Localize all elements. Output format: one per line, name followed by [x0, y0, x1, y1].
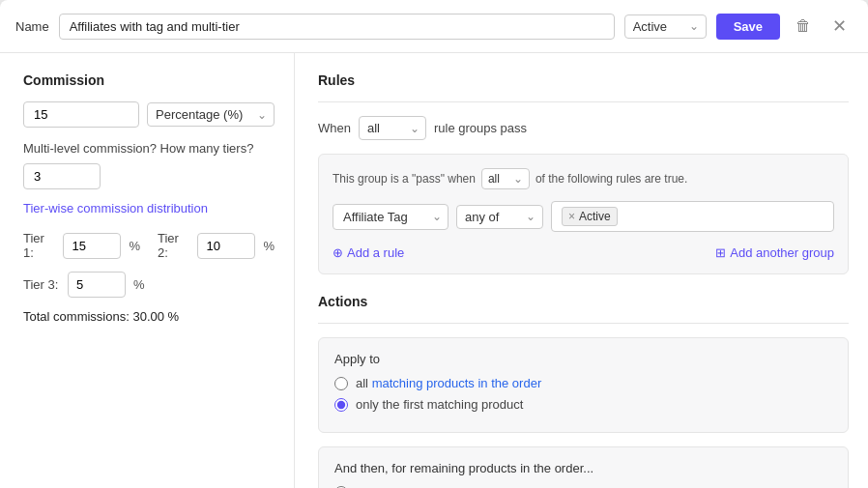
commission-title: Commission	[23, 72, 275, 88]
multi-level-label: Multi-level commission? How many tiers?	[23, 141, 275, 156]
tier1-input[interactable]	[63, 233, 121, 259]
and-then-box: And then, for remaining products in the …	[318, 446, 849, 488]
apply-to-box: Apply to all matching products in the or…	[318, 337, 849, 433]
apply-all-row: all matching products in the order	[334, 376, 832, 390]
name-label: Name	[15, 19, 49, 34]
save-button[interactable]: Save	[716, 14, 780, 40]
commission-amount-input[interactable]	[23, 101, 139, 128]
rules-divider	[318, 101, 849, 102]
close-button[interactable]: ✕	[826, 12, 853, 41]
modal-container: Name Active Inactive Save 🗑 ✕ Commission…	[0, 0, 868, 488]
tier1-row: Tier 1: % Tier 2: %	[23, 231, 275, 260]
group-footer: ⊕ Add a rule ⊞ Add another group	[333, 242, 834, 264]
rule-group-box: This group is a "pass" when all any of t…	[318, 154, 849, 274]
rule-row: Affiliate Tag Affiliate ID Product any o…	[333, 201, 834, 232]
actions-divider	[318, 323, 849, 324]
group-pass-select-wrap[interactable]: all any	[481, 168, 530, 189]
rule-field-select-wrap[interactable]: Affiliate Tag Affiliate ID Product	[333, 204, 448, 230]
tier2-input[interactable]	[197, 233, 255, 259]
rules-actions-panel: Rules When all any rule groups pass This…	[295, 53, 868, 488]
commission-type-select[interactable]: Percentage (%) Fixed Amount	[156, 107, 266, 122]
tier3-row: Tier 3: %	[23, 272, 275, 298]
tag-chip-active: × Active	[562, 207, 618, 226]
rules-title: Rules	[318, 72, 849, 88]
when-select-wrap[interactable]: all any	[359, 116, 426, 140]
tier1-label: Tier 1:	[23, 231, 55, 260]
status-select-wrap[interactable]: Active Inactive	[624, 14, 707, 39]
when-label: When	[318, 121, 351, 135]
status-select[interactable]: Active Inactive	[633, 19, 698, 34]
rule-op-select[interactable]: any of none of is	[465, 210, 529, 224]
total-commissions: Total commissions: 30.00 %	[23, 309, 275, 324]
rule-field-select[interactable]: Affiliate Tag Affiliate ID Product	[333, 204, 448, 230]
tier3-label: Tier 3:	[23, 277, 60, 292]
total-commissions-value: 30.00 %	[132, 309, 179, 324]
add-rule-button[interactable]: ⊕ Add a rule	[333, 242, 404, 264]
rule-groups-pass-label: rule groups pass	[434, 121, 527, 135]
add-group-button[interactable]: ⊞ Add another group	[715, 242, 834, 264]
name-input[interactable]	[59, 14, 615, 40]
plus-circle-icon: ⊕	[333, 245, 343, 260]
apply-first-row: only the first matching product	[334, 397, 832, 412]
tier2-pct: %	[263, 239, 275, 253]
actions-title: Actions	[318, 294, 849, 309]
add-group-icon: ⊞	[715, 245, 726, 260]
tier-distribution-link[interactable]: Tier-wise commission distribution	[23, 201, 208, 215]
apply-all-label: all matching products in the order	[356, 376, 541, 390]
close-icon: ✕	[832, 16, 847, 36]
apply-first-radio[interactable]	[334, 398, 348, 412]
tag-chip-remove-icon[interactable]: ×	[568, 211, 575, 222]
commission-type-select-wrap[interactable]: Percentage (%) Fixed Amount	[147, 102, 275, 127]
tier2-label: Tier 2:	[158, 231, 189, 260]
apply-all-radio[interactable]	[334, 377, 348, 390]
trash-icon: 🗑	[796, 17, 811, 34]
actions-section: Actions Apply to all matching products i…	[318, 294, 849, 488]
group-pass-prefix: This group is a "pass" when	[333, 172, 476, 186]
tag-chip-label: Active	[579, 210, 611, 223]
rules-when-row: When all any rule groups pass	[318, 116, 849, 140]
modal-body: Commission Percentage (%) Fixed Amount M…	[0, 53, 868, 488]
delete-button[interactable]: 🗑	[790, 14, 817, 39]
tier-count-input[interactable]	[23, 163, 101, 189]
group-pass-suffix: of the following rules are true.	[535, 172, 687, 186]
commission-panel: Commission Percentage (%) Fixed Amount M…	[0, 53, 295, 488]
group-pass-select[interactable]: all any	[481, 168, 530, 189]
rule-op-select-wrap[interactable]: any of none of is	[456, 205, 543, 229]
tier3-input[interactable]	[68, 272, 126, 298]
tier3-pct: %	[133, 277, 145, 292]
when-select[interactable]: all any	[359, 116, 426, 140]
commission-row: Percentage (%) Fixed Amount	[23, 101, 275, 128]
apply-to-title: Apply to	[334, 352, 832, 366]
and-then-title: And then, for remaining products in the …	[334, 461, 832, 475]
apply-first-label: only the first matching product	[356, 397, 523, 412]
rule-value-box: × Active	[551, 201, 834, 232]
group-pass-row: This group is a "pass" when all any of t…	[333, 168, 834, 189]
modal-header: Name Active Inactive Save 🗑 ✕	[0, 0, 868, 53]
tier1-pct: %	[129, 239, 140, 253]
